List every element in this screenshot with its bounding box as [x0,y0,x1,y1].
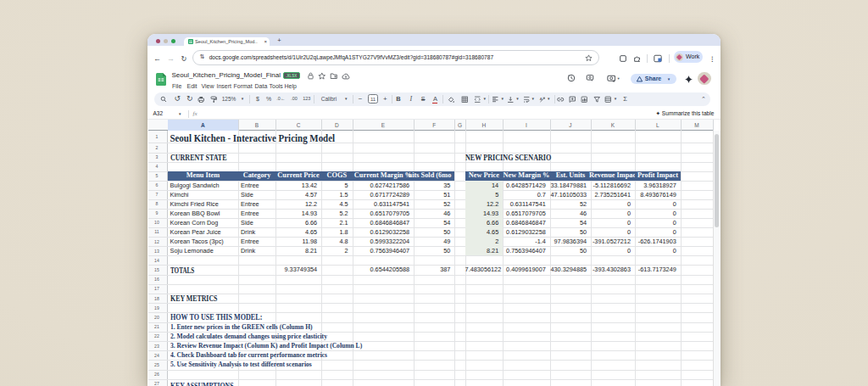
svg-text:A: A [539,97,542,101]
